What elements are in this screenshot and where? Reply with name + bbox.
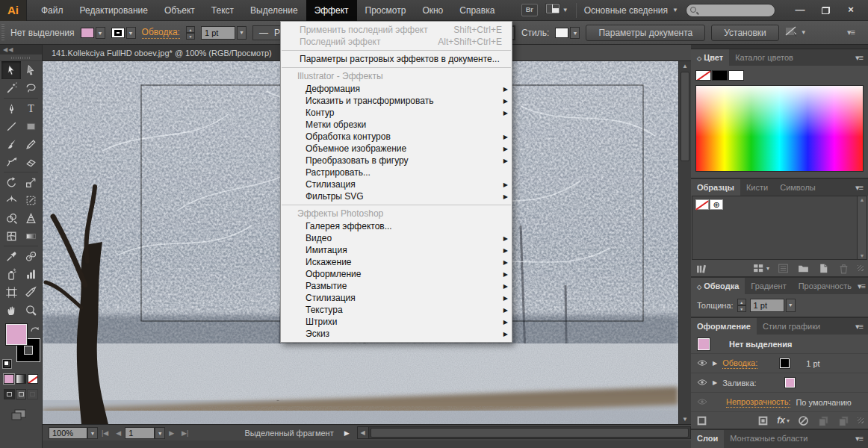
color-button[interactable] (4, 374, 14, 384)
symbol-sprayer-tool[interactable] (1, 265, 21, 283)
control-panel-menu-icon[interactable]: ▾≡ (847, 28, 855, 37)
swap-fill-stroke-icon[interactable] (30, 323, 40, 337)
new-fill-icon[interactable] (757, 414, 769, 427)
line-segment-tool[interactable] (1, 117, 21, 135)
effect-menu-item-26[interactable]: Штрихи▶ (281, 316, 512, 328)
tab-stroke-2[interactable]: Прозрачность (793, 278, 858, 294)
column-graph-tool[interactable] (21, 265, 40, 283)
effects-icon[interactable]: fx▾ (777, 415, 790, 426)
search-input[interactable] (686, 4, 775, 17)
chevron-down-icon[interactable]: ▼ (126, 27, 136, 39)
stroke-swatch[interactable] (111, 28, 125, 38)
arrange-documents-button[interactable]: ▼ (545, 3, 568, 17)
registration-swatch[interactable]: ⊕ (710, 199, 723, 210)
pencil-tool[interactable] (21, 135, 40, 153)
horizontal-scrollbar[interactable]: ◀ (357, 426, 691, 439)
pen-tool[interactable] (1, 99, 21, 117)
stroke-panel-link[interactable]: Обводка: (142, 27, 180, 39)
default-fill-stroke-icon[interactable] (2, 359, 11, 368)
effect-menu-item-24[interactable]: Стилизация▶ (281, 292, 512, 304)
document-setup-button[interactable]: Параметры документа (586, 25, 705, 41)
white-swatch[interactable] (728, 70, 744, 81)
slice-tool[interactable] (21, 283, 40, 301)
tab-stroke-1[interactable]: Градиент (745, 278, 792, 294)
first-artboard-icon[interactable]: |◀ (98, 429, 112, 437)
menubar-item-2[interactable]: Объект (156, 0, 203, 21)
zoom-field[interactable]: 100% (49, 427, 87, 439)
panel-menu-icon[interactable]: ▾≡ (855, 430, 868, 448)
appearance-title-row[interactable]: Нет выделения (691, 335, 868, 354)
stroke-color-dropdown[interactable]: ▼ (111, 27, 136, 39)
mesh-tool[interactable] (1, 227, 21, 245)
menubar-item-0[interactable]: Файл (33, 0, 72, 21)
black-swatch[interactable] (712, 70, 728, 81)
last-artboard-icon[interactable]: ▶| (178, 429, 192, 437)
tools-grip[interactable] (0, 55, 42, 61)
vertical-scrollbar[interactable]: ▲ ▼ (678, 61, 691, 424)
menubar-item-3[interactable]: Текст (203, 0, 242, 21)
minimize-button[interactable]: — (787, 3, 813, 18)
swatches-scrollbar[interactable]: ▲ ▼ (857, 196, 867, 259)
direct-selection-tool[interactable] (21, 61, 40, 79)
draw-inside-button[interactable] (27, 389, 38, 399)
menubar-item-5[interactable]: Эффект (306, 0, 357, 21)
restore-button[interactable] (813, 3, 838, 18)
effect-menu-item-12[interactable]: Преобразовать в фигуру▶ (281, 155, 512, 167)
artboard-tool[interactable] (1, 283, 21, 301)
effect-menu-item-13[interactable]: Растрировать... (281, 167, 512, 178)
new-swatch-icon[interactable] (817, 262, 830, 275)
effect-menu-item-7[interactable]: Исказить и трансформировать▶ (281, 95, 512, 107)
tab-color-1[interactable]: Каталог цветов (729, 49, 799, 66)
next-artboard-icon[interactable]: ▶ (165, 429, 178, 437)
draw-behind-button[interactable] (16, 389, 27, 399)
tab-swatches-2[interactable]: Символы (774, 179, 822, 196)
expand-triangle-icon[interactable]: ▶ (713, 360, 717, 367)
hand-tool[interactable] (1, 301, 21, 319)
tab-appearance-1[interactable]: Стили графики (757, 318, 826, 335)
document-tab[interactable]: 141.Kollekciya FullHD oboev.jpg* @ 100% … (43, 45, 282, 60)
fill-color-box[interactable] (5, 323, 28, 346)
resize-grip[interactable] (858, 417, 864, 423)
appearance-fill-row[interactable]: ▶ Заливка: (691, 373, 868, 393)
chevron-down-icon[interactable]: ▼ (786, 299, 796, 312)
visibility-eye-icon[interactable] (697, 359, 707, 368)
isolate-selection-dropdown[interactable]: ▼ (785, 26, 807, 39)
stroke-row-swatch[interactable] (779, 358, 790, 369)
collapse-panel-icon[interactable]: ◀◀ (0, 45, 42, 55)
weight-field[interactable]: 1 pt (750, 299, 784, 312)
effect-menu-item-21[interactable]: Искажение▶ (281, 256, 512, 268)
effect-menu-item-25[interactable]: Текстура▶ (281, 304, 512, 316)
panel-menu-icon[interactable]: ▾≡ (858, 278, 868, 294)
status-menu-icon[interactable]: ▶ (344, 429, 350, 437)
opacity-row-link[interactable]: Непрозрачность: (726, 397, 790, 408)
appearance-opacity-row[interactable]: Непрозрачность: По умолчанию (691, 393, 868, 412)
eraser-tool[interactable] (21, 153, 40, 171)
menubar-item-8[interactable]: Справка (451, 0, 503, 21)
fill-row-swatch[interactable] (784, 377, 796, 388)
shape-builder-tool[interactable] (1, 209, 21, 227)
previous-artboard-icon[interactable]: ◀ (112, 429, 125, 437)
tab-stroke-0[interactable]: ◇Обводка (691, 278, 745, 294)
eyedropper-tool[interactable] (1, 247, 21, 265)
expand-triangle-icon[interactable]: ▶ (713, 379, 717, 386)
none-button[interactable] (28, 374, 38, 384)
menubar-item-4[interactable]: Выделение (242, 0, 306, 21)
effect-menu-item-8[interactable]: Контур▶ (281, 107, 512, 119)
clear-appearance-icon[interactable] (797, 414, 810, 427)
stroke-width-stepper[interactable]: ▲▼ (186, 26, 195, 40)
screen-mode-button[interactable] (0, 401, 42, 424)
swatch-kinds-icon[interactable]: ▾ (752, 262, 769, 275)
effect-menu-item-19[interactable]: Видео▶ (281, 232, 512, 244)
width-tool[interactable] (1, 191, 21, 209)
effect-menu-item-14[interactable]: Стилизация▶ (281, 178, 512, 190)
scale-tool[interactable] (21, 173, 40, 191)
style-dropdown[interactable]: ▼ (555, 27, 580, 39)
tab-layers-1[interactable]: Монтажные области (724, 430, 813, 448)
effect-menu-item-3[interactable]: Параметры растровых эффектов в документе… (281, 53, 512, 65)
bridge-button[interactable]: Br (521, 4, 538, 16)
appearance-stroke-row[interactable]: ▶ Обводка: 1 pt (691, 354, 868, 373)
tab-color-0[interactable]: ◇Цвет (691, 49, 729, 66)
menubar-item-7[interactable]: Окно (414, 0, 451, 21)
tab-swatches-0[interactable]: Образцы (691, 179, 740, 196)
free-transform-tool[interactable] (21, 191, 40, 209)
